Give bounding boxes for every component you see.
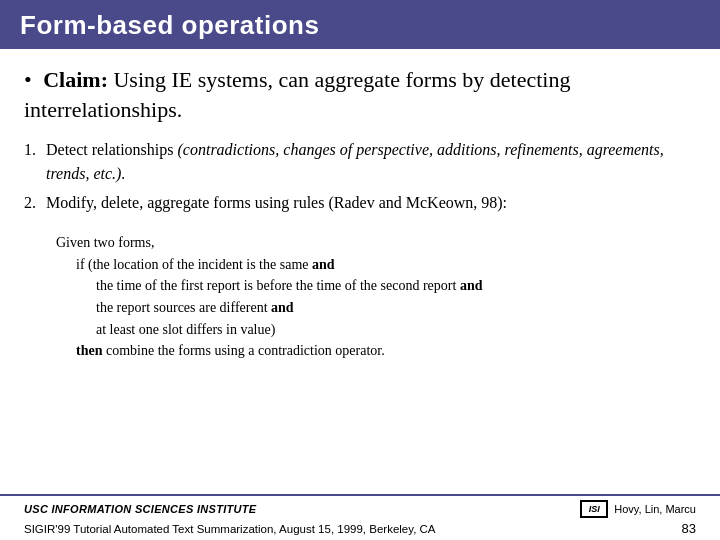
code-line-4-plain: the report sources are different: [96, 300, 271, 315]
footer-line: USC INFORMATION SCIENCES INSTITUTE ISI H…: [0, 494, 720, 518]
footer-center: ISI Hovy, Lin, Marcu: [580, 500, 696, 518]
item-text-1: Detect relationships (contradictions, ch…: [46, 138, 696, 184]
code-line-6-bold: then: [76, 343, 102, 358]
list-item: 1. Detect relationships (contradictions,…: [24, 138, 696, 184]
slide-title: Form-based operations: [20, 10, 319, 40]
numbered-list: 1. Detect relationships (contradictions,…: [24, 138, 696, 220]
code-line-1: Given two forms,: [56, 232, 696, 254]
code-block: Given two forms, if (the location of the…: [56, 232, 696, 362]
isi-logo-text: ISI: [589, 504, 600, 514]
item-number: 1.: [24, 138, 46, 161]
title-bar: Form-based operations: [0, 0, 720, 49]
footer-bottom: SIGIR'99 Tutorial Automated Text Summari…: [0, 518, 720, 540]
slide-container: Form-based operations • Claim: Using IE …: [0, 0, 720, 540]
list-item: 2. Modify, delete, aggregate forms using…: [24, 191, 696, 214]
bullet-icon: •: [24, 67, 32, 92]
claim-label: Claim:: [43, 67, 108, 92]
code-line-2-plain: if (the location of the incident is the …: [76, 257, 312, 272]
code-line-5: at least one slot differs in value): [96, 319, 696, 341]
page-number: 83: [682, 521, 696, 536]
code-line-6: then combine the forms using a contradic…: [76, 340, 696, 362]
code-line-2: if (the location of the incident is the …: [76, 254, 696, 276]
code-line-2-bold: and: [312, 257, 335, 272]
code-line-3-plain: the time of the first report is before t…: [96, 278, 460, 293]
content-area: • Claim: Using IE systems, can aggregate…: [0, 49, 720, 494]
code-line-4-bold: and: [271, 300, 294, 315]
claim-text: • Claim: Using IE systems, can aggregate…: [24, 67, 570, 122]
code-line-4: the report sources are different and: [96, 297, 696, 319]
claim-block: • Claim: Using IE systems, can aggregate…: [24, 65, 696, 124]
footer-authors: Hovy, Lin, Marcu: [614, 503, 696, 515]
code-line-6-plain: combine the forms using a contradiction …: [102, 343, 384, 358]
institution-label: USC INFORMATION SCIENCES INSTITUTE: [24, 503, 256, 515]
code-line-3-bold: and: [460, 278, 483, 293]
item-number: 2.: [24, 191, 46, 214]
item-text-2: Modify, delete, aggregate forms using ru…: [46, 191, 696, 214]
footer-citation: SIGIR'99 Tutorial Automated Text Summari…: [24, 523, 436, 535]
item-italic-1: (contradictions, changes of perspective,…: [46, 141, 664, 181]
code-line-3: the time of the first report is before t…: [96, 275, 696, 297]
isi-logo: ISI: [580, 500, 608, 518]
code-line-5-text: at least one slot differs in value): [96, 322, 275, 337]
code-line-1-text: Given two forms,: [56, 235, 154, 250]
